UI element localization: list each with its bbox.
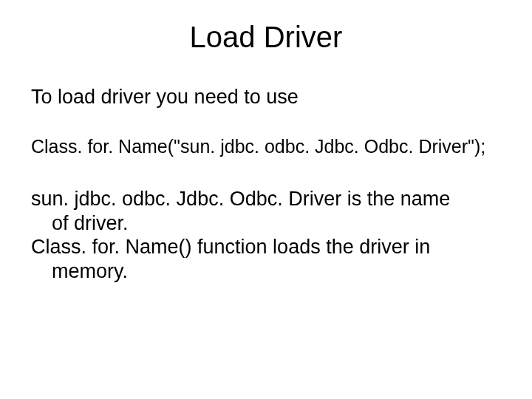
code-line: Class. for. Name("sun. jdbc. odbc. Jdbc.… (31, 135, 495, 157)
slide-body: To load driver you need to use Class. fo… (0, 61, 532, 283)
explain-line-2: Class. for. Name() function loads the dr… (31, 235, 495, 259)
explain-line-2-cont: memory. (31, 259, 495, 283)
explain-line-1: sun. jdbc. odbc. Jdbc. Odbc. Driver is t… (31, 187, 495, 211)
slide-title: Load Driver (0, 0, 532, 61)
slide: Load Driver To load driver you need to u… (0, 0, 532, 399)
intro-text: To load driver you need to use (31, 85, 495, 109)
explanation-block: sun. jdbc. odbc. Jdbc. Odbc. Driver is t… (31, 187, 495, 283)
explain-line-1-cont: of driver. (31, 211, 495, 235)
